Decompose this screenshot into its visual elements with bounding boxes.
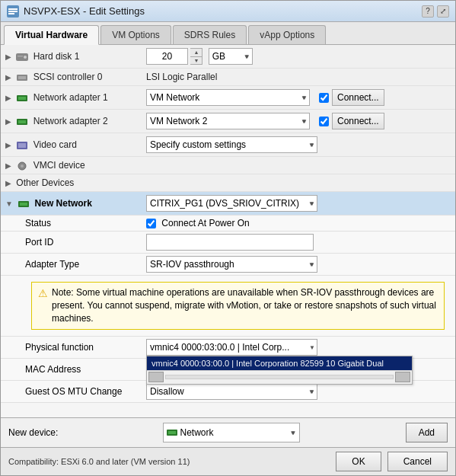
new-device-dropdown-btn[interactable]: ▼ <box>290 430 296 436</box>
main-window: NSVPX-ESX - Edit Settings ? ⤢ Virtual Ha… <box>0 0 456 476</box>
net-adapter-2-connect[interactable]: Connect... <box>332 113 384 129</box>
status-value: Connect At Power On <box>161 218 249 228</box>
hdd-icon <box>16 53 28 62</box>
physical-fn-row: Physical function vmnic4 0000:03:00.0 | … <box>1 336 455 358</box>
net-adapter-1-connect[interactable]: Connect... <box>332 89 384 106</box>
expand-video[interactable]: ▶ <box>5 141 11 149</box>
net-adapter-2-select[interactable]: VM Network 2 <box>146 113 310 129</box>
guest-mtu-label: Guest OS MTU Change <box>25 386 122 397</box>
svg-rect-12 <box>18 120 26 123</box>
hard-disk-up[interactable]: ▲ <box>190 49 202 57</box>
net-adapter-2-row: ▶ Network adapter 2 VM Network 2 ▼ <box>1 110 455 133</box>
scsi-value: LSI Logic Parallel <box>146 72 217 82</box>
dropdown-item-selected[interactable]: vmnic4 0000:03:00.0 | Intel Corporation … <box>147 356 412 370</box>
tab-vapp-options[interactable]: vApp Options <box>248 25 326 44</box>
app-icon <box>7 5 19 18</box>
help-button[interactable]: ? <box>422 5 434 18</box>
status-row: Status Connect At Power On <box>1 216 455 232</box>
note-row: ⚠ Note: Some virtual machine operations … <box>1 276 455 336</box>
ok-button[interactable]: OK <box>336 452 381 471</box>
expand-scsi[interactable]: ▶ <box>5 73 11 81</box>
svg-rect-6 <box>18 56 23 57</box>
footer-buttons: OK Cancel <box>336 452 448 471</box>
vmci-icon <box>16 161 28 171</box>
physical-fn-dropdown: vmnic4 0000:03:00.0 | Intel Corporation … <box>146 356 413 385</box>
hard-disk-down[interactable]: ▼ <box>190 57 202 65</box>
expand-net1[interactable]: ▶ <box>5 94 11 102</box>
other-devices-label: Other Devices <box>16 177 74 188</box>
note-text: Note: Some virtual machine operations ar… <box>52 286 438 324</box>
warning-icon: ⚠ <box>38 286 48 324</box>
physical-fn-value: vmnic4 0000:03:00.0 | Intel Corp... <box>150 342 303 353</box>
scsi-row: ▶ SCSI controller 0 LSI Logic Parallel <box>1 69 455 86</box>
net-adapter-1-checkbox[interactable] <box>319 93 329 103</box>
net2-icon <box>16 117 28 126</box>
video-card-select[interactable]: Specify custom settings <box>146 136 317 153</box>
svg-rect-2 <box>8 11 18 12</box>
expand-button[interactable]: ⤢ <box>437 5 449 18</box>
hard-disk-label: Hard disk 1 <box>33 51 80 62</box>
net-adapter-1-select[interactable]: VM Network <box>146 89 310 106</box>
port-id-label: Port ID <box>25 237 53 248</box>
new-device-bar: New device: Network ▼ Add <box>1 417 455 447</box>
port-id-input[interactable] <box>146 234 314 251</box>
svg-rect-14 <box>18 143 26 148</box>
hard-disk-row: ▶ Hard disk 1 ▲ ▼ <box>1 45 455 69</box>
tab-virtual-hardware[interactable]: Virtual Hardware <box>4 25 99 45</box>
hardware-table: ▶ Hard disk 1 ▲ ▼ <box>1 45 455 403</box>
guest-mtu-select[interactable]: Disallow <box>146 383 317 400</box>
physical-fn-label: Physical function <box>25 342 94 353</box>
expand-new-network[interactable]: ▼ <box>5 200 13 208</box>
hard-disk-value[interactable] <box>146 48 188 65</box>
svg-rect-10 <box>18 97 26 100</box>
title-buttons: ? ⤢ <box>422 5 449 18</box>
network-device-icon <box>167 429 177 436</box>
scsi-label: SCSI controller 0 <box>33 72 103 82</box>
svg-rect-1 <box>8 8 18 10</box>
other-devices-row: ▶ Other Devices <box>1 174 455 192</box>
add-button[interactable]: Add <box>406 423 448 442</box>
tab-sdrs-rules[interactable]: SDRS Rules <box>173 25 247 44</box>
mac-label: MAC Address <box>25 364 81 375</box>
expand-other[interactable]: ▶ <box>5 179 11 187</box>
net-adapter-1-label: Network adapter 1 <box>33 92 108 103</box>
svg-rect-3 <box>8 13 14 14</box>
hard-disk-unit[interactable]: GBMBTB <box>209 48 253 65</box>
compat-text: Compatibility: ESXi 6.0 and later (VM ve… <box>8 457 190 466</box>
title-bar-left: NSVPX-ESX - Edit Settings <box>7 5 145 18</box>
scsi-icon <box>16 73 28 82</box>
new-network-icon <box>18 200 30 209</box>
net-adapter-2-label: Network adapter 2 <box>33 116 108 126</box>
new-network-select[interactable]: CITRIX_PG1 (DVS_SRIOV_CITRIX) <box>146 195 317 212</box>
vmci-label: VMCI device <box>33 160 85 171</box>
video-icon <box>16 141 28 150</box>
net-adapter-1-row: ▶ Network adapter 1 VM Network ▼ <box>1 86 455 110</box>
status-label: Status <box>25 218 51 228</box>
cancel-button[interactable]: Cancel <box>387 452 448 471</box>
new-device-value: Network <box>180 427 290 438</box>
video-card-row: ▶ Video card Specify custom settings <box>1 133 455 157</box>
port-id-row: Port ID <box>1 232 455 254</box>
note-box: ⚠ Note: Some virtual machine operations … <box>31 282 445 329</box>
new-device-label: New device: <box>8 427 58 438</box>
content-area: ▶ Hard disk 1 ▲ ▼ <box>1 45 455 447</box>
expand-vmci[interactable]: ▶ <box>5 161 11 170</box>
tab-bar: Virtual Hardware VM Options SDRS Rules v… <box>1 22 455 45</box>
svg-point-5 <box>24 56 27 59</box>
svg-rect-8 <box>18 76 26 79</box>
tab-vm-options[interactable]: VM Options <box>100 25 171 44</box>
expand-hard-disk[interactable]: ▶ <box>5 53 11 61</box>
svg-rect-20 <box>168 431 176 434</box>
physical-fn-dropdown-btn[interactable]: ▼ <box>309 343 315 350</box>
dropdown-scrollbar[interactable] <box>147 370 412 384</box>
status-checkbox[interactable] <box>146 219 156 228</box>
adapter-type-select[interactable]: SR-IOV passthrough <box>146 256 317 273</box>
expand-net2[interactable]: ▶ <box>5 117 11 126</box>
net-adapter-2-checkbox[interactable] <box>319 117 329 126</box>
title-bar: NSVPX-ESX - Edit Settings ? ⤢ <box>1 1 455 22</box>
scroll-area[interactable]: ▶ Hard disk 1 ▲ ▼ <box>1 45 455 417</box>
net1-icon <box>16 94 28 103</box>
video-card-label: Video card <box>33 139 77 150</box>
adapter-type-label: Adapter Type <box>25 259 79 270</box>
adapter-type-row: Adapter Type SR-IOV passthrough ▼ <box>1 254 455 276</box>
